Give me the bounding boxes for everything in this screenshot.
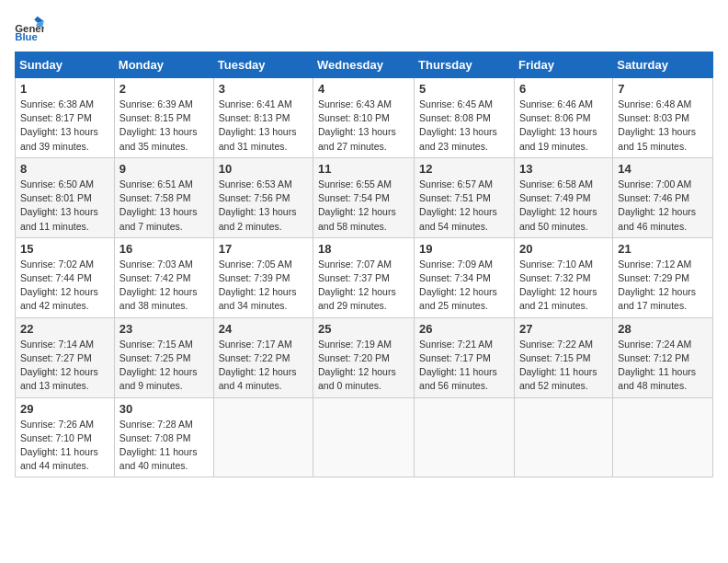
day-info: Sunrise: 7:09 AM Sunset: 7:34 PM Dayligh… bbox=[419, 258, 509, 314]
calendar-day-28: 28 Sunrise: 7:24 AM Sunset: 7:12 PM Dayl… bbox=[613, 317, 713, 397]
day-info: Sunrise: 6:48 AM Sunset: 8:03 PM Dayligh… bbox=[618, 98, 708, 154]
day-info: Sunrise: 7:07 AM Sunset: 7:37 PM Dayligh… bbox=[318, 258, 409, 314]
day-number: 28 bbox=[618, 322, 708, 336]
col-monday: Monday bbox=[114, 52, 213, 78]
day-number: 17 bbox=[219, 242, 308, 256]
header: General Blue bbox=[15, 15, 713, 40]
day-number: 14 bbox=[618, 162, 708, 176]
day-info: Sunrise: 7:24 AM Sunset: 7:12 PM Dayligh… bbox=[618, 338, 708, 394]
day-number: 11 bbox=[318, 162, 409, 176]
calendar-day-29: 29 Sunrise: 7:26 AM Sunset: 7:10 PM Dayl… bbox=[16, 397, 115, 477]
calendar-day-22: 22 Sunrise: 7:14 AM Sunset: 7:27 PM Dayl… bbox=[16, 317, 115, 397]
day-number: 1 bbox=[20, 82, 109, 96]
day-info: Sunrise: 6:51 AM Sunset: 7:58 PM Dayligh… bbox=[119, 178, 209, 234]
calendar-day-8: 8 Sunrise: 6:50 AM Sunset: 8:01 PM Dayli… bbox=[16, 157, 115, 237]
day-info: Sunrise: 7:03 AM Sunset: 7:42 PM Dayligh… bbox=[119, 258, 209, 314]
day-info: Sunrise: 7:21 AM Sunset: 7:17 PM Dayligh… bbox=[419, 338, 509, 394]
col-friday: Friday bbox=[514, 52, 612, 78]
calendar-day-25: 25 Sunrise: 7:19 AM Sunset: 7:20 PM Dayl… bbox=[313, 317, 415, 397]
day-info: Sunrise: 6:38 AM Sunset: 8:17 PM Dayligh… bbox=[20, 98, 109, 154]
calendar-header-row: Sunday Monday Tuesday Wednesday Thursday… bbox=[16, 52, 713, 78]
calendar-day-20: 20 Sunrise: 7:10 AM Sunset: 7:32 PM Dayl… bbox=[514, 237, 612, 317]
day-number: 21 bbox=[618, 242, 708, 256]
calendar-day-5: 5 Sunrise: 6:45 AM Sunset: 8:08 PM Dayli… bbox=[415, 78, 515, 158]
day-info: Sunrise: 6:57 AM Sunset: 7:51 PM Dayligh… bbox=[419, 178, 509, 234]
day-number: 18 bbox=[318, 242, 409, 256]
day-number: 5 bbox=[419, 82, 509, 96]
day-number: 22 bbox=[20, 322, 109, 336]
day-number: 10 bbox=[219, 162, 308, 176]
col-thursday: Thursday bbox=[415, 52, 515, 78]
day-number: 19 bbox=[419, 242, 509, 256]
calendar-day-3: 3 Sunrise: 6:41 AM Sunset: 8:13 PM Dayli… bbox=[213, 78, 313, 158]
day-number: 13 bbox=[519, 162, 608, 176]
day-info: Sunrise: 7:28 AM Sunset: 7:08 PM Dayligh… bbox=[119, 418, 209, 474]
calendar-day-19: 19 Sunrise: 7:09 AM Sunset: 7:34 PM Dayl… bbox=[415, 237, 515, 317]
calendar-table: Sunday Monday Tuesday Wednesday Thursday… bbox=[15, 52, 713, 477]
calendar-day-21: 21 Sunrise: 7:12 AM Sunset: 7:29 PM Dayl… bbox=[613, 237, 713, 317]
calendar-empty-cell bbox=[213, 397, 313, 477]
calendar-week-4: 22 Sunrise: 7:14 AM Sunset: 7:27 PM Dayl… bbox=[16, 317, 713, 397]
calendar-day-10: 10 Sunrise: 6:53 AM Sunset: 7:56 PM Dayl… bbox=[213, 157, 313, 237]
logo-icon: General Blue bbox=[15, 15, 44, 40]
day-info: Sunrise: 7:15 AM Sunset: 7:25 PM Dayligh… bbox=[119, 338, 209, 394]
calendar-empty-cell bbox=[415, 397, 515, 477]
calendar-day-26: 26 Sunrise: 7:21 AM Sunset: 7:17 PM Dayl… bbox=[415, 317, 515, 397]
calendar-week-3: 15 Sunrise: 7:02 AM Sunset: 7:44 PM Dayl… bbox=[16, 237, 713, 317]
day-number: 27 bbox=[519, 322, 608, 336]
calendar-week-5: 29 Sunrise: 7:26 AM Sunset: 7:10 PM Dayl… bbox=[16, 397, 713, 477]
calendar-day-17: 17 Sunrise: 7:05 AM Sunset: 7:39 PM Dayl… bbox=[213, 237, 313, 317]
calendar-day-7: 7 Sunrise: 6:48 AM Sunset: 8:03 PM Dayli… bbox=[613, 78, 713, 158]
col-sunday: Sunday bbox=[16, 52, 115, 78]
day-info: Sunrise: 7:17 AM Sunset: 7:22 PM Dayligh… bbox=[219, 338, 308, 394]
day-info: Sunrise: 7:10 AM Sunset: 7:32 PM Dayligh… bbox=[519, 258, 608, 314]
day-number: 23 bbox=[119, 322, 209, 336]
day-number: 6 bbox=[519, 82, 608, 96]
day-number: 15 bbox=[20, 242, 109, 256]
day-info: Sunrise: 6:41 AM Sunset: 8:13 PM Dayligh… bbox=[219, 98, 308, 154]
day-number: 30 bbox=[119, 402, 209, 416]
col-tuesday: Tuesday bbox=[213, 52, 313, 78]
calendar-day-11: 11 Sunrise: 6:55 AM Sunset: 7:54 PM Dayl… bbox=[313, 157, 415, 237]
page-container: General Blue Sunday Monday Tuesday Wedne… bbox=[0, 0, 728, 485]
day-number: 9 bbox=[119, 162, 209, 176]
day-number: 20 bbox=[519, 242, 608, 256]
day-info: Sunrise: 6:50 AM Sunset: 8:01 PM Dayligh… bbox=[20, 178, 109, 234]
day-number: 8 bbox=[20, 162, 109, 176]
calendar-day-1: 1 Sunrise: 6:38 AM Sunset: 8:17 PM Dayli… bbox=[16, 78, 115, 158]
day-info: Sunrise: 6:39 AM Sunset: 8:15 PM Dayligh… bbox=[119, 98, 209, 154]
calendar-day-4: 4 Sunrise: 6:43 AM Sunset: 8:10 PM Dayli… bbox=[313, 78, 415, 158]
calendar-empty-cell bbox=[313, 397, 415, 477]
calendar-empty-cell bbox=[613, 397, 713, 477]
day-info: Sunrise: 6:43 AM Sunset: 8:10 PM Dayligh… bbox=[318, 98, 409, 154]
calendar-day-13: 13 Sunrise: 6:58 AM Sunset: 7:49 PM Dayl… bbox=[514, 157, 612, 237]
day-number: 29 bbox=[20, 402, 109, 416]
day-info: Sunrise: 6:45 AM Sunset: 8:08 PM Dayligh… bbox=[419, 98, 509, 154]
day-info: Sunrise: 7:22 AM Sunset: 7:15 PM Dayligh… bbox=[519, 338, 608, 394]
calendar-day-9: 9 Sunrise: 6:51 AM Sunset: 7:58 PM Dayli… bbox=[114, 157, 213, 237]
day-number: 7 bbox=[618, 82, 708, 96]
day-info: Sunrise: 7:05 AM Sunset: 7:39 PM Dayligh… bbox=[219, 258, 308, 314]
day-number: 26 bbox=[419, 322, 509, 336]
day-number: 3 bbox=[219, 82, 308, 96]
day-info: Sunrise: 7:02 AM Sunset: 7:44 PM Dayligh… bbox=[20, 258, 109, 314]
day-info: Sunrise: 7:19 AM Sunset: 7:20 PM Dayligh… bbox=[318, 338, 409, 394]
calendar-day-2: 2 Sunrise: 6:39 AM Sunset: 8:15 PM Dayli… bbox=[114, 78, 213, 158]
calendar-week-1: 1 Sunrise: 6:38 AM Sunset: 8:17 PM Dayli… bbox=[16, 78, 713, 158]
day-info: Sunrise: 7:12 AM Sunset: 7:29 PM Dayligh… bbox=[618, 258, 708, 314]
day-number: 25 bbox=[318, 322, 409, 336]
calendar-day-6: 6 Sunrise: 6:46 AM Sunset: 8:06 PM Dayli… bbox=[514, 78, 612, 158]
col-wednesday: Wednesday bbox=[313, 52, 415, 78]
day-info: Sunrise: 6:53 AM Sunset: 7:56 PM Dayligh… bbox=[219, 178, 308, 234]
calendar-day-24: 24 Sunrise: 7:17 AM Sunset: 7:22 PM Dayl… bbox=[213, 317, 313, 397]
calendar-day-27: 27 Sunrise: 7:22 AM Sunset: 7:15 PM Dayl… bbox=[514, 317, 612, 397]
calendar-day-18: 18 Sunrise: 7:07 AM Sunset: 7:37 PM Dayl… bbox=[313, 237, 415, 317]
logo: General Blue bbox=[15, 15, 44, 40]
day-info: Sunrise: 6:46 AM Sunset: 8:06 PM Dayligh… bbox=[519, 98, 608, 154]
calendar-day-15: 15 Sunrise: 7:02 AM Sunset: 7:44 PM Dayl… bbox=[16, 237, 115, 317]
calendar-day-23: 23 Sunrise: 7:15 AM Sunset: 7:25 PM Dayl… bbox=[114, 317, 213, 397]
day-number: 4 bbox=[318, 82, 409, 96]
calendar-day-30: 30 Sunrise: 7:28 AM Sunset: 7:08 PM Dayl… bbox=[114, 397, 213, 477]
calendar-day-12: 12 Sunrise: 6:57 AM Sunset: 7:51 PM Dayl… bbox=[415, 157, 515, 237]
col-saturday: Saturday bbox=[613, 52, 713, 78]
